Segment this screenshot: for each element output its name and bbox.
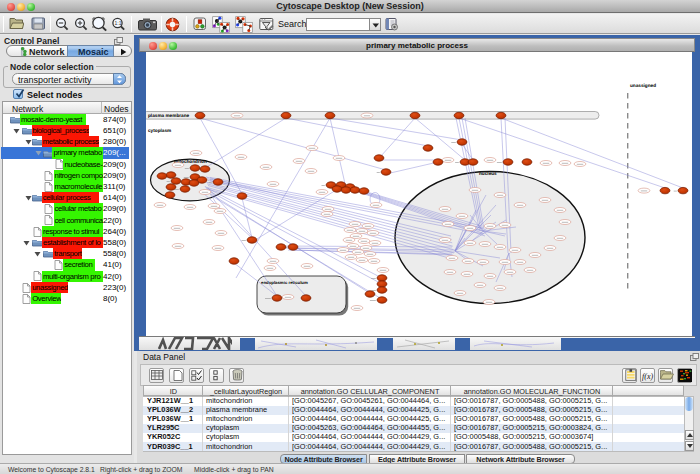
svg-text:nucleus: nucleus: [479, 170, 497, 176]
svg-text:1:1: 1:1: [115, 20, 122, 26]
svg-text:plasma membrane: plasma membrane: [148, 113, 189, 119]
svg-text:cytoplasm: cytoplasm: [148, 127, 171, 133]
svg-text:f(x): f(x): [642, 371, 653, 380]
svg-text:unassigned: unassigned: [630, 82, 656, 88]
